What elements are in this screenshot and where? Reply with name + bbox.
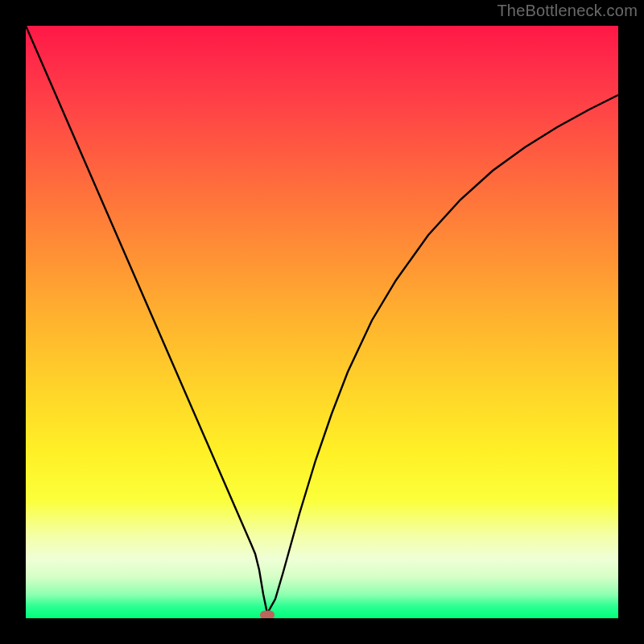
watermark-label: TheBottleneck.com	[497, 2, 638, 20]
chart-frame: TheBottleneck.com	[0, 0, 644, 644]
curve-path	[26, 26, 618, 613]
optimal-point-marker	[260, 611, 275, 619]
bottleneck-curve	[26, 26, 618, 618]
plot-area	[26, 26, 618, 618]
